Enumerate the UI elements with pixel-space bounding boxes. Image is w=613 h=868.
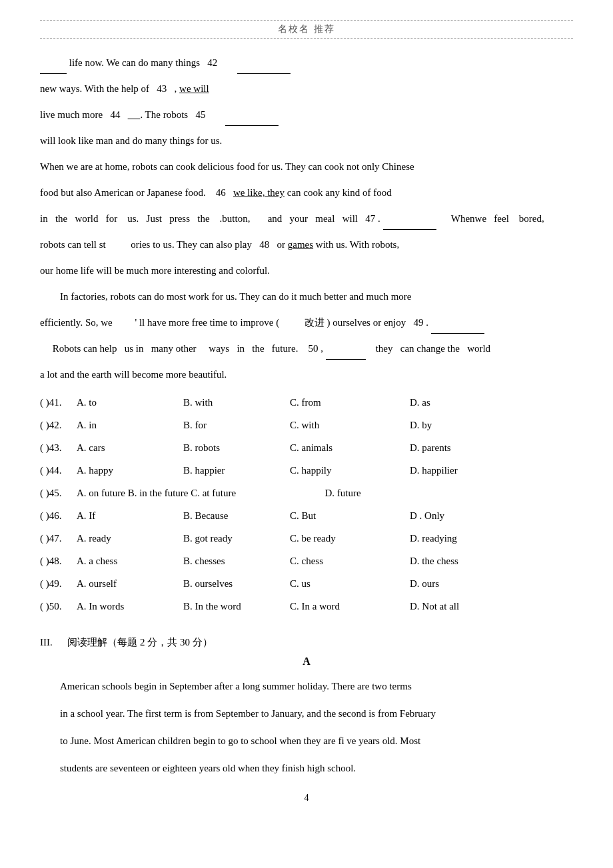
passage-line9: our home life will be much more interest… — [40, 260, 573, 282]
option-45-num: ( )45. — [40, 483, 77, 503]
option-44-d: D. happilier — [410, 460, 573, 480]
options-section: ( )41. A. to B. with C. from D. as ( )42… — [40, 392, 573, 616]
page-number: 4 — [40, 793, 573, 803]
option-48-b: B. chesses — [183, 551, 290, 571]
option-44-num: ( )44. — [40, 460, 77, 480]
option-50-d: D. Not at all — [410, 596, 573, 616]
passage-line2: new ways. With the help of 43 , we will — [40, 78, 573, 100]
option-42-c: C. with — [290, 415, 410, 435]
option-42-num: ( )42. — [40, 415, 77, 435]
page-number-text: 4 — [305, 793, 309, 803]
blank-49 — [431, 323, 484, 334]
option-49-b: B. ourselves — [183, 574, 290, 594]
passage-line3: live much more 44 . The robots 45 — [40, 104, 573, 126]
option-49-c: C. us — [290, 574, 410, 594]
option-row-49: ( )49. A. ourself B. ourselves C. us D. … — [40, 574, 573, 594]
option-row-42: ( )42. A. in B. for C. with D. by — [40, 415, 573, 435]
option-47-c: C. be ready — [290, 528, 410, 548]
passage-line5: When we are at home, robots can cook del… — [40, 156, 573, 178]
option-43-b: B. robots — [183, 438, 290, 458]
option-46-b: B. Because — [183, 506, 290, 526]
passage-line11: efficiently. So, we ' ll have more free … — [40, 312, 573, 334]
option-46-num: ( )46. — [40, 506, 77, 526]
passage-line1: life now. We can do many things 42 — [40, 52, 573, 74]
option-47-num: ( )47. — [40, 528, 77, 548]
option-50-b: B. In the word — [183, 596, 290, 616]
header-text: 名校名 推荐 — [278, 24, 335, 34]
reading-para1: American schools begin in September afte… — [40, 675, 573, 697]
blank-42 — [237, 63, 291, 74]
reading-para4: students are seventeen or eighteen years… — [40, 757, 573, 779]
passage-line7: in the world for us. Just press the .but… — [40, 208, 573, 230]
option-48-num: ( )48. — [40, 551, 77, 571]
option-43-num: ( )43. — [40, 438, 77, 458]
option-45-d: D. future — [325, 483, 574, 503]
blank-47 — [383, 219, 436, 230]
option-42-d: D. by — [410, 415, 573, 435]
page-header: 名校名 推荐 — [40, 20, 573, 39]
option-41-a: A. to — [77, 392, 183, 412]
option-47-b: B. got ready — [183, 528, 290, 548]
option-46-c: C. But — [290, 506, 410, 526]
option-50-a: A. In words — [77, 596, 183, 616]
passage-section: life now. We can do many things 42 new w… — [40, 52, 573, 386]
section3-label: III. — [40, 637, 53, 648]
option-row-48: ( )48. A. a chess B. chesses C. chess D.… — [40, 551, 573, 571]
option-row-43: ( )43. A. cars B. robots C. animals D. p… — [40, 438, 573, 458]
option-49-a: A. ourself — [77, 574, 183, 594]
option-43-d: D. parents — [410, 438, 573, 458]
option-row-47: ( )47. A. ready B. got ready C. be ready… — [40, 528, 573, 548]
reading-para2: in a school year. The first term is from… — [40, 703, 573, 725]
option-50-c: C. In a word — [290, 596, 410, 616]
option-row-41: ( )41. A. to B. with C. from D. as — [40, 392, 573, 412]
option-41-b: B. with — [183, 392, 290, 412]
option-row-45: ( )45. A. on future B. in the future C. … — [40, 483, 573, 503]
option-49-d: D. ours — [410, 574, 573, 594]
passage-line10: In factories, robots can do most work fo… — [40, 286, 573, 308]
option-row-44: ( )44. A. happy B. happier C. happily D.… — [40, 460, 573, 480]
option-49-num: ( )49. — [40, 574, 77, 594]
reading-passage-a: A American schools begin in September af… — [40, 655, 573, 779]
option-row-46: ( )46. A. If B. Because C. But D . Only — [40, 506, 573, 526]
option-42-b: B. for — [183, 415, 290, 435]
option-45-abc: A. on future B. in the future C. at futu… — [77, 483, 325, 503]
blank-41 — [40, 63, 67, 74]
option-47-a: A. ready — [77, 528, 183, 548]
option-50-num: ( )50. — [40, 596, 77, 616]
passage-line13: a lot and the earth will become more bea… — [40, 364, 573, 386]
blank-45 — [225, 115, 279, 126]
option-42-a: A. in — [77, 415, 183, 435]
reading-para3: to June. Most American children begin to… — [40, 730, 573, 752]
blank-50 — [326, 349, 366, 360]
passage-line8: robots can tell st ories to us. They can… — [40, 234, 573, 256]
passage-line4: will look like man and do many things fo… — [40, 130, 573, 152]
option-43-a: A. cars — [77, 438, 183, 458]
option-47-d: D. readying — [410, 528, 573, 548]
section3-description: 阅读理解（每题 2 分，共 30 分） — [67, 637, 213, 648]
option-46-a: A. If — [77, 506, 183, 526]
option-44-b: B. happier — [183, 460, 290, 480]
reading-title-a: A — [40, 655, 573, 667]
option-48-c: C. chess — [290, 551, 410, 571]
option-44-a: A. happy — [77, 460, 183, 480]
option-46-d: D . Only — [410, 506, 573, 526]
option-41-d: D. as — [410, 392, 573, 412]
option-48-a: A. a chess — [77, 551, 183, 571]
passage-line12: Robots can help us in many other ways in… — [40, 338, 573, 360]
option-41-num: ( )41. — [40, 392, 77, 412]
option-43-c: C. animals — [290, 438, 410, 458]
option-41-c: C. from — [290, 392, 410, 412]
option-44-c: C. happily — [290, 460, 410, 480]
passage-line6: food but also American or Japanese food.… — [40, 182, 573, 204]
option-row-50: ( )50. A. In words B. In the word C. In … — [40, 596, 573, 616]
option-48-d: D. the chess — [410, 551, 573, 571]
section3-header: III. 阅读理解（每题 2 分，共 30 分） — [40, 636, 573, 649]
